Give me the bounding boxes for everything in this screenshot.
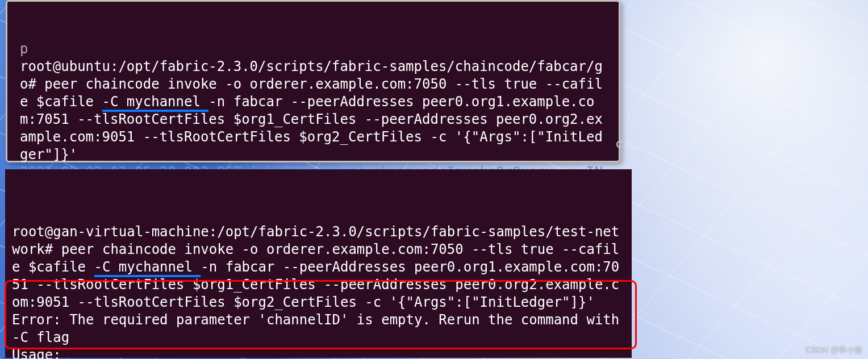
command-1-channel-flag-a: -C mycha (102, 94, 168, 112)
usage-label: Usage: (12, 347, 61, 359)
prev-output-tail: p (20, 41, 28, 57)
command-2-channel-flag-a: -C myc (94, 259, 144, 277)
error-line: Error: The required parameter 'channelID… (12, 312, 628, 345)
terminal-top[interactable]: p root@ubuntu:/opt/fabric-2.3.0/scripts/… (6, 0, 620, 162)
stray-char: c (615, 136, 623, 151)
watermark-text: CSDN @寧小樂 (806, 345, 862, 356)
command-2-channel-flag-b: hannel (143, 259, 201, 277)
terminal-bottom-content: root@gan-virtual-machine:/opt/fabric-2.3… (12, 223, 625, 359)
terminal-bottom[interactable]: root@gan-virtual-machine:/opt/fabric-2.3… (5, 169, 632, 358)
command-1-channel-flag-b: nnel (168, 94, 208, 112)
